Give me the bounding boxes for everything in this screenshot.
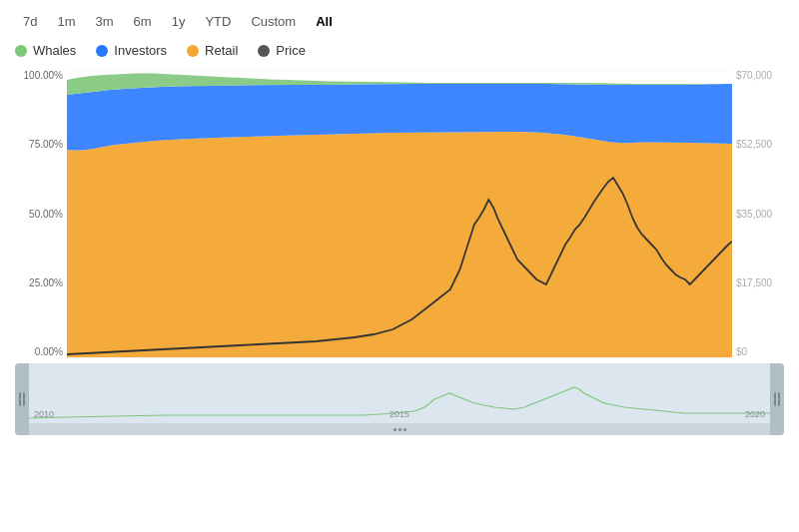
legend-label-retail: Retail — [205, 43, 238, 58]
y-axis-right-label: $17,500 — [736, 277, 784, 288]
legend-item-whales: Whales — [15, 43, 76, 58]
time-range-buttons: 7d1m3m6m1yYTDCustomAll — [15, 10, 784, 33]
navigator-handle-left[interactable] — [15, 363, 29, 435]
y-axis-left-label: 25.00% — [15, 277, 63, 288]
legend-dot-price — [258, 45, 270, 57]
y-axis-right-label: $70,000 — [736, 70, 784, 81]
time-btn-custom[interactable]: Custom — [243, 10, 304, 33]
y-axis-right-label: $35,000 — [736, 209, 784, 220]
chart-container: 100.00%75.00%50.00%25.00%0.00% $70,000$5… — [15, 70, 784, 359]
main-container: 7d1m3m6m1yYTDCustomAll WhalesInvestorsRe… — [0, 0, 799, 532]
y-axis-left-label: 100.00% — [15, 70, 63, 81]
time-btn-1m[interactable]: 1m — [49, 10, 83, 33]
nav-x-label: 2020 — [745, 409, 765, 419]
time-btn-7d[interactable]: 7d — [15, 10, 45, 33]
legend-label-price: Price — [276, 43, 306, 58]
navigator[interactable]: 201020152020 — [15, 363, 784, 435]
time-btn-1y[interactable]: 1y — [164, 10, 194, 33]
navigator-x-labels: 201020152020 — [29, 409, 770, 419]
navigator-handle-right[interactable] — [770, 363, 784, 435]
legend-dot-whales — [15, 45, 27, 57]
time-btn-ytd[interactable]: YTD — [197, 10, 239, 33]
legend-item-retail: Retail — [187, 43, 238, 58]
navigator-scroll-bar[interactable] — [15, 423, 784, 435]
y-axis-left-label: 75.00% — [15, 139, 63, 150]
chart-svg-area: ⬡ IntoTheBlock — [67, 70, 732, 359]
legend: WhalesInvestorsRetailPrice — [15, 43, 784, 58]
y-axis-right: $70,000$52,500$35,000$17,500$0 — [732, 70, 784, 359]
main-chart-wrapper: 100.00%75.00%50.00%25.00%0.00% $70,000$5… — [15, 70, 784, 359]
legend-item-investors: Investors — [96, 43, 167, 58]
nav-x-label: 2015 — [390, 409, 409, 419]
y-axis-left-label: 50.00% — [15, 209, 63, 220]
legend-dot-retail — [187, 45, 199, 57]
y-axis-left: 100.00%75.00%50.00%25.00%0.00% — [15, 70, 67, 359]
legend-label-investors: Investors — [114, 43, 167, 58]
time-btn-all[interactable]: All — [308, 10, 341, 33]
legend-item-price: Price — [258, 43, 306, 58]
chart-svg — [67, 70, 732, 359]
y-axis-right-label: $0 — [736, 346, 784, 357]
y-axis-right-label: $52,500 — [736, 139, 784, 150]
navigator-inner: 201020152020 — [15, 363, 784, 435]
nav-x-label: 2010 — [34, 409, 54, 419]
legend-dot-investors — [96, 45, 108, 57]
time-btn-6m[interactable]: 6m — [126, 10, 160, 33]
legend-label-whales: Whales — [33, 43, 76, 58]
time-btn-3m[interactable]: 3m — [88, 10, 122, 33]
y-axis-left-label: 0.00% — [15, 346, 63, 357]
